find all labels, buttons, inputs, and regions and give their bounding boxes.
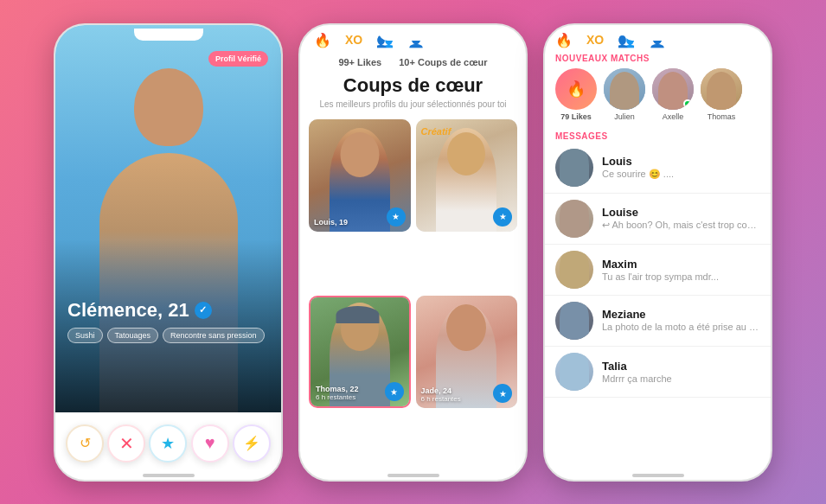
home-indicator [143, 474, 195, 477]
card-jade-star[interactable]: ★ [493, 384, 512, 403]
match-likes[interactable]: 🔥 79 Likes [555, 68, 597, 121]
verified-badge: Profil Vérifié [208, 51, 268, 67]
meziane-avatar [555, 302, 593, 340]
meziane-message: Meziane La photo de la moto a été prise … [602, 308, 760, 333]
talia-name: Talia [602, 360, 760, 373]
phone-2-notch [379, 29, 448, 41]
card-louis-label: Louis, 19 [314, 218, 348, 226]
phone-1: Profil Vérifié Clémence, 21 ✓ Sushi Tato… [54, 23, 283, 482]
phone-1-bottom [55, 475, 281, 480]
card-jade-label: Jade, 24 6 h restantes [421, 386, 461, 403]
louise-name: Louise [602, 206, 760, 219]
home-indicator-3 [632, 474, 684, 477]
axelle-avatar [652, 68, 694, 110]
action-bar: ↺ ✕ ★ ♥ ⚡ [55, 412, 281, 475]
phone-3-content: 🔥 XO 👥 👤 NOUVEAUX MATCHS 🔥 79 Likes [545, 25, 771, 475]
likes-stat: 99+ Likes [338, 57, 381, 67]
match-julien[interactable]: Julien [604, 68, 645, 121]
louise-message: Louise ↩ Ah boon? Oh, mais c'est trop co… [602, 206, 760, 231]
meziane-name: Meziane [602, 308, 760, 321]
nope-button[interactable]: ✕ [107, 424, 145, 463]
coups-subtitle: Les meilleurs profils du jour sélectionn… [314, 99, 512, 111]
meziane-preview: La photo de la moto a été prise au Laos … [602, 322, 760, 333]
maxim-preview: Tu as l'air trop sympa mdr... [602, 271, 760, 282]
louis-preview: Ce sourire 😊 .... [602, 169, 760, 180]
card-jade[interactable]: Jade, 24 6 h restantes ★ [416, 296, 518, 408]
maxim-avatar [555, 251, 593, 289]
likes-avatar: 🔥 [555, 68, 597, 110]
likes-count-label: 79 Likes [560, 112, 592, 121]
tag-rencontre: Rencontre sans pression [163, 328, 265, 343]
card-thomas[interactable]: Thomas, 22 6 h restantes ★ [309, 296, 411, 408]
julien-avatar [604, 68, 645, 110]
coeur-stat: 10+ Coups de cœur [399, 57, 487, 67]
superlike-button[interactable]: ★ [149, 424, 187, 463]
fire-emoji: 🔥 [567, 80, 586, 99]
axelle-name: Axelle [663, 112, 684, 121]
phone-1-content: Profil Vérifié Clémence, 21 ✓ Sushi Tato… [55, 25, 281, 412]
talia-preview: Mdrrr ça marche [602, 373, 760, 384]
louis-message: Louis Ce sourire 😊 .... [602, 155, 760, 180]
profile-tags: Sushi Tatouages Rencontre sans pression [67, 328, 269, 343]
phone-3: 🔥 XO 👥 👤 NOUVEAUX MATCHS 🔥 79 Likes [543, 23, 772, 482]
louis-avatar [555, 149, 593, 187]
thomas-name: Thomas [708, 112, 736, 121]
phone-2-bottom [300, 475, 526, 480]
phone-2-topbar [300, 25, 526, 44]
verified-icon: ✓ [195, 302, 212, 319]
coups-title: Coups de cœur [314, 74, 512, 97]
phone-3-bottom [545, 475, 771, 480]
messages-list: Louis Ce sourire 😊 .... Louise ↩ Ah boon… [545, 143, 771, 475]
profile-info: Clémence, 21 ✓ Sushi Tatouages Rencontre… [67, 299, 269, 343]
stats-row: 99+ Likes 10+ Coups de cœur [300, 54, 526, 69]
louis-name: Louis [602, 155, 760, 168]
phone-1-topbar [55, 25, 281, 44]
boost-button[interactable]: ⚡ [233, 424, 271, 463]
phone-2-content: 🔥 XO 👥 👤 99+ Likes 10+ Coups de cœur Cou… [300, 25, 526, 475]
home-indicator-2 [387, 474, 439, 477]
phone-2: 🔥 XO 👥 👤 99+ Likes 10+ Coups de cœur Cou… [298, 23, 528, 482]
phone-3-topbar [545, 25, 771, 44]
matches-row: 🔥 79 Likes Julien [545, 65, 771, 126]
match-thomas[interactable]: Thomas [701, 68, 742, 121]
phone-1-notch [134, 29, 203, 41]
profile-name: Clémence, 21 ✓ [67, 299, 269, 322]
card-louis[interactable]: Louis, 19 ★ [309, 119, 411, 232]
online-indicator [683, 99, 692, 108]
matches-section-label: NOUVEAUX MATCHS [545, 52, 771, 65]
julien-name: Julien [614, 112, 635, 121]
card-thomas-star[interactable]: ★ [385, 382, 404, 401]
message-maxim[interactable]: Maxim Tu as l'air trop sympa mdr... [545, 245, 771, 296]
thomas-avatar [701, 68, 742, 110]
louise-preview: ↩ Ah boon? Oh, mais c'est trop cool ça..… [602, 220, 760, 231]
match-axelle[interactable]: Axelle [652, 68, 694, 121]
card-creative-label: Créatif [421, 126, 451, 137]
louise-avatar [555, 200, 593, 238]
card-creative[interactable]: Créatif ★ [416, 119, 518, 232]
talia-message: Talia Mdrrr ça marche [602, 360, 760, 384]
message-meziane[interactable]: Meziane La photo de la moto a été prise … [545, 296, 771, 347]
messages-section-label: MESSAGES [545, 130, 771, 143]
coups-section: Coups de cœur Les meilleurs profils du j… [300, 69, 526, 112]
talia-avatar [555, 353, 593, 391]
card-louis-star[interactable]: ★ [387, 207, 406, 226]
phone-3-notch [624, 29, 693, 41]
tag-sushi: Sushi [67, 328, 103, 343]
card-thomas-label: Thomas, 22 6 h restantes [316, 385, 359, 401]
tag-tatouages: Tatouages [107, 328, 159, 343]
card-creative-star[interactable]: ★ [493, 207, 512, 226]
message-louise[interactable]: Louise ↩ Ah boon? Oh, mais c'est trop co… [545, 194, 771, 245]
cards-grid: Louis, 19 ★ Créatif ★ [300, 112, 526, 475]
maxim-message: Maxim Tu as l'air trop sympa mdr... [602, 258, 760, 282]
message-talia[interactable]: Talia Mdrrr ça marche [545, 347, 771, 398]
undo-button[interactable]: ↺ [66, 424, 104, 463]
message-louis[interactable]: Louis Ce sourire 😊 .... [545, 143, 771, 194]
like-button[interactable]: ♥ [191, 424, 229, 463]
maxim-name: Maxim [602, 258, 760, 271]
